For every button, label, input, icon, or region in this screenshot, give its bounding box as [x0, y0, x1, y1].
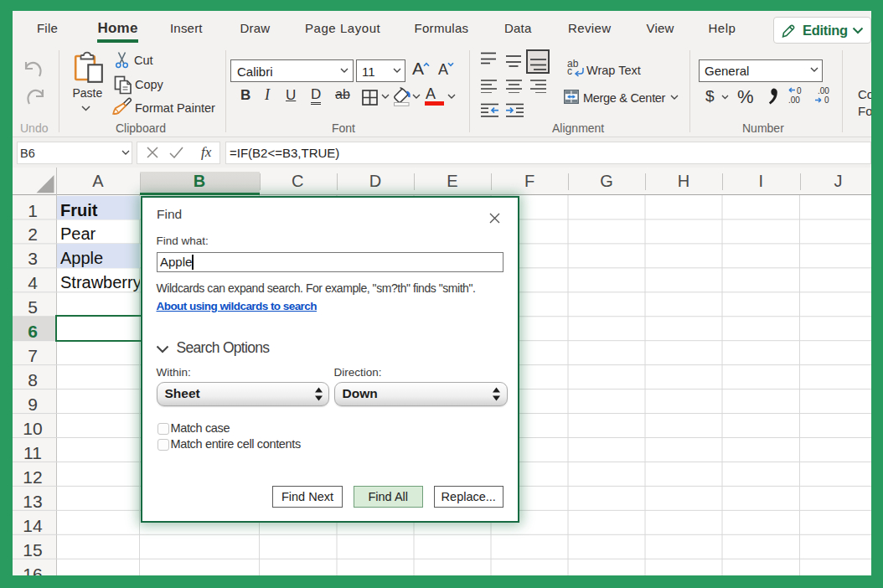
svg-text:0: 0 [824, 95, 829, 105]
svg-text:0: 0 [797, 87, 802, 95]
svg-text:.00: .00 [818, 87, 829, 95]
svg-text:.00: .00 [788, 95, 800, 105]
